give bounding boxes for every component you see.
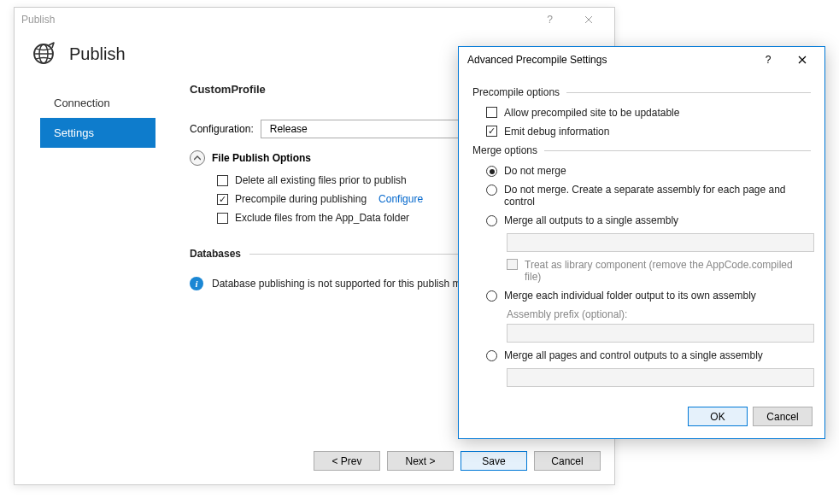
merge-pages-row[interactable]: Merge all pages and control outputs to a… [486, 349, 811, 361]
nav-connection[interactable]: Connection [40, 88, 155, 118]
ok-button[interactable]: OK [688, 407, 748, 426]
assembly-prefix-label: Assembly prefix (optional): [507, 308, 811, 320]
treat-library-label: Treat as library component (remove the A… [525, 259, 811, 283]
separate-per-page-radio[interactable] [486, 185, 497, 196]
advanced-titlebar: Advanced Precompile Settings ? [459, 47, 824, 73]
precompile-options-label: Precompile options [472, 86, 560, 98]
prev-button[interactable]: < Prev [314, 451, 380, 471]
info-icon: i [190, 277, 203, 290]
merge-options-label: Merge options [472, 144, 537, 156]
next-button[interactable]: Next > [387, 451, 454, 471]
allow-updatable-checkbox[interactable] [486, 107, 497, 118]
delete-existing-label: Delete all existing files prior to publi… [235, 174, 407, 186]
databases-message: Database publishing is not supported for… [212, 278, 490, 290]
do-not-merge-row[interactable]: Do not merge [486, 165, 811, 177]
treat-library-checkbox [507, 259, 518, 270]
assembly-prefix-input [507, 324, 814, 343]
advanced-dialog-title: Advanced Precompile Settings [467, 54, 751, 66]
save-button[interactable]: Save [461, 451, 527, 471]
databases-label: Databases [190, 248, 241, 260]
merge-pages-radio[interactable] [486, 350, 497, 361]
divider [544, 150, 811, 151]
merge-pages-assembly-input-wrap [507, 368, 811, 387]
advanced-help-button[interactable]: ? [751, 48, 785, 72]
emit-debug-checkbox[interactable] [486, 126, 497, 137]
merge-single-row[interactable]: Merge all outputs to a single assembly [486, 214, 811, 226]
do-not-merge-label: Do not merge [504, 165, 566, 177]
advanced-button-bar: OK Cancel [688, 407, 813, 426]
close-button[interactable] [569, 8, 607, 32]
publish-window-title: Publish [21, 14, 531, 26]
merge-single-assembly-input-wrap [507, 233, 811, 252]
advanced-body: Precompile options Allow precompiled sit… [459, 73, 824, 402]
window-controls: ? [531, 8, 607, 32]
merge-folder-row[interactable]: Merge each individual folder output to i… [486, 290, 811, 302]
advanced-close-button[interactable] [785, 48, 819, 72]
allow-updatable-label: Allow precompiled site to be updatable [504, 107, 679, 119]
emit-debug-label: Emit debug information [504, 126, 609, 138]
merge-folder-label: Merge each individual folder output to i… [504, 290, 756, 302]
merge-folder-radio[interactable] [486, 290, 497, 302]
merge-single-assembly-input [507, 233, 814, 252]
merge-options-group: Merge options [472, 144, 811, 156]
assembly-prefix-input-wrap [507, 324, 811, 343]
precompile-options-group: Precompile options [472, 86, 811, 98]
publish-header-title: Publish [69, 44, 126, 64]
configure-link[interactable]: Configure [378, 193, 423, 205]
merge-pages-assembly-input [507, 368, 814, 387]
emit-debug-row[interactable]: Emit debug information [486, 126, 811, 138]
publish-titlebar: Publish ? [15, 8, 614, 32]
chevron-up-icon [190, 150, 205, 166]
help-button[interactable]: ? [531, 8, 569, 32]
cancel-button[interactable]: Cancel [534, 451, 601, 471]
globe-publish-icon [32, 42, 56, 66]
precompile-checkbox[interactable] [217, 194, 228, 205]
file-publish-options-label: File Publish Options [212, 152, 311, 164]
treat-library-row: Treat as library component (remove the A… [507, 259, 811, 283]
close-icon [584, 15, 593, 24]
merge-single-radio[interactable] [486, 215, 497, 226]
allow-updatable-row[interactable]: Allow precompiled site to be updatable [486, 107, 811, 119]
delete-existing-checkbox[interactable] [217, 175, 228, 186]
separate-per-page-label: Do not merge. Create a separate assembly… [504, 184, 811, 208]
precompile-label: Precompile during publishing [235, 193, 367, 205]
close-icon [798, 56, 807, 64]
exclude-appdata-label: Exclude files from the App_Data folder [235, 212, 409, 224]
merge-pages-label: Merge all pages and control outputs to a… [504, 349, 763, 361]
publish-button-bar: < Prev Next > Save Cancel [314, 451, 601, 471]
publish-nav: Connection Settings [40, 83, 155, 290]
exclude-appdata-checkbox[interactable] [217, 213, 228, 224]
separate-per-page-row[interactable]: Do not merge. Create a separate assembly… [486, 184, 811, 208]
advanced-cancel-button[interactable]: Cancel [753, 407, 813, 426]
configuration-label: Configuration: [190, 123, 254, 135]
do-not-merge-radio[interactable] [486, 166, 497, 177]
nav-settings[interactable]: Settings [40, 118, 155, 148]
merge-single-label: Merge all outputs to a single assembly [504, 214, 678, 226]
advanced-precompile-dialog: Advanced Precompile Settings ? Precompil… [458, 46, 825, 439]
divider [566, 92, 811, 93]
